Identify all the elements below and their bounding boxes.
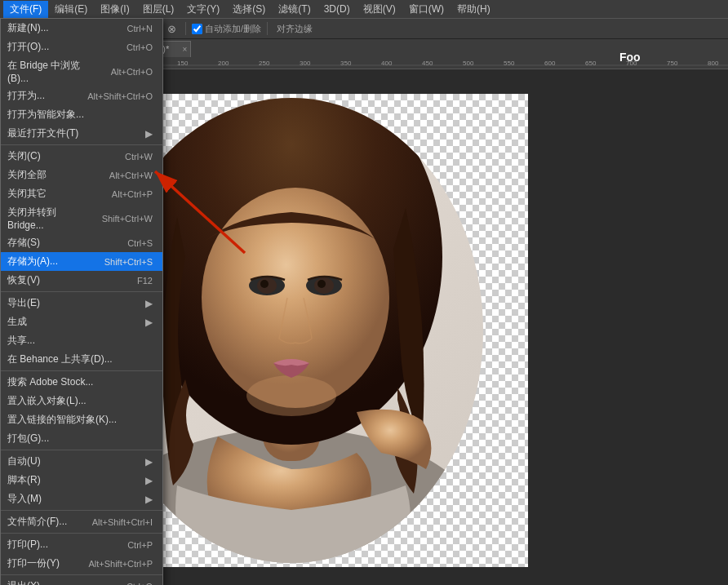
svg-text:550: 550 (504, 60, 515, 67)
svg-text:650: 650 (585, 60, 597, 67)
svg-text:200: 200 (218, 60, 229, 67)
menu-close-others[interactable]: 关闭其它 Alt+Ctrl+P (1, 184, 162, 203)
menu-scripts[interactable]: 脚本(R) ▶ (1, 471, 162, 490)
menu-open[interactable]: 打开(O)... Ctrl+O (1, 38, 162, 56)
menu-save-as[interactable]: 存储为(A)... Shift+Ctrl+S (1, 252, 162, 271)
menu-image[interactable]: 图像(I) (94, 1, 135, 18)
sep-4 (1, 450, 162, 450)
svg-point-42 (246, 375, 336, 416)
svg-text:600: 600 (544, 60, 556, 67)
tab-close[interactable]: × (182, 45, 187, 54)
menu-filter[interactable]: 滤镜(T) (272, 1, 317, 18)
menu-layer[interactable]: 图层(L) (136, 1, 181, 18)
menu-edit[interactable]: 编辑(E) (48, 1, 94, 18)
menu-close-to-bridge[interactable]: 关闭并转到 Bridge... Shift+Ctrl+W (1, 203, 162, 233)
menu-file-info[interactable]: 文件简介(F)... Alt+Shift+Ctrl+I (1, 512, 162, 531)
menu-close-all[interactable]: 关闭全部 Alt+Ctrl+W (1, 166, 162, 184)
menu-file[interactable]: 文件(F) (3, 1, 48, 18)
svg-text:500: 500 (463, 60, 474, 67)
menu-save[interactable]: 存储(S) Ctrl+S (1, 233, 162, 252)
menu-share[interactable]: 共享... (1, 331, 162, 350)
menu-adobe-stock[interactable]: 搜索 Adobe Stock... (1, 373, 162, 392)
menu-revert[interactable]: 恢复(V) F12 (1, 271, 162, 290)
foo-label: Foo (619, 51, 641, 64)
menu-open-as[interactable]: 打开为... Alt+Shift+Ctrl+O (1, 86, 162, 105)
sep-2 (1, 291, 162, 292)
menu-print[interactable]: 打印(P)... Ctrl+P (1, 535, 162, 554)
svg-text:450: 450 (422, 60, 433, 67)
sep-7 (1, 574, 162, 575)
menu-recent[interactable]: 最近打开文件(T) ▶ (1, 124, 162, 143)
sep-5 (1, 510, 162, 511)
toolbar-separator-4 (267, 22, 268, 35)
menu-3d[interactable]: 3D(D) (317, 2, 357, 16)
svg-text:150: 150 (177, 60, 189, 67)
menu-export[interactable]: 导出(E) ▶ (1, 294, 162, 312)
menu-share-behance[interactable]: 在 Behance 上共享(D)... (1, 350, 162, 369)
svg-text:250: 250 (259, 60, 270, 67)
auto-checkbox[interactable] (192, 24, 202, 34)
menu-linked-smart[interactable]: 置入链接的智能对象(K)... (1, 410, 162, 429)
sep-6 (1, 533, 162, 534)
menu-close[interactable]: 关闭(C) Ctrl+W (1, 147, 162, 166)
menu-view[interactable]: 视图(V) (357, 1, 402, 18)
menu-import[interactable]: 导入(M) ▶ (1, 490, 162, 508)
menu-help[interactable]: 帮助(H) (451, 1, 497, 18)
sep-1 (1, 144, 162, 145)
svg-point-48 (317, 280, 326, 288)
svg-text:800: 800 (708, 60, 719, 67)
sep-3 (1, 370, 162, 371)
auto-label: 自动添加/删除 (205, 23, 261, 35)
menu-select[interactable]: 选择(S) (226, 1, 272, 18)
menu-text[interactable]: 文字(Y) (180, 1, 226, 18)
align-label: 对齐边缘 (277, 23, 313, 35)
file-dropdown-menu: 新建(N)... Ctrl+N 打开(O)... Ctrl+O 在 Bridge… (0, 18, 163, 585)
svg-text:300: 300 (300, 60, 311, 67)
svg-text:750: 750 (667, 60, 678, 67)
menu-bar: 文件(F) 编辑(E) 图像(I) 图层(L) 文字(Y) 选择(S) 滤镜(T… (0, 0, 728, 18)
svg-text:400: 400 (381, 60, 393, 67)
svg-text:350: 350 (340, 60, 352, 67)
minus-icon[interactable]: ⊗ (163, 20, 180, 37)
auto-add-delete-option[interactable]: 自动添加/删除 (192, 23, 261, 35)
menu-open-smart[interactable]: 打开为智能对象... (1, 105, 162, 124)
menu-automate[interactable]: 自动(U) ▶ (1, 452, 162, 471)
menu-new[interactable]: 新建(N)... Ctrl+N (1, 19, 162, 38)
svg-point-45 (260, 280, 269, 288)
menu-embed[interactable]: 置入嵌入对象(L)... (1, 392, 162, 410)
menu-exit[interactable]: 退出(X) Ctrl+Q (1, 577, 162, 585)
menu-generate[interactable]: 生成 ▶ (1, 312, 162, 331)
toolbar-separator-3 (185, 22, 186, 35)
menu-bridge-browse[interactable]: 在 Bridge 中浏览(B)... Alt+Ctrl+O (1, 56, 162, 86)
menu-package[interactable]: 打包(G)... (1, 429, 162, 448)
menu-print-one[interactable]: 打印一份(Y) Alt+Shift+Ctrl+P (1, 554, 162, 573)
menu-window[interactable]: 窗口(W) (402, 1, 451, 18)
